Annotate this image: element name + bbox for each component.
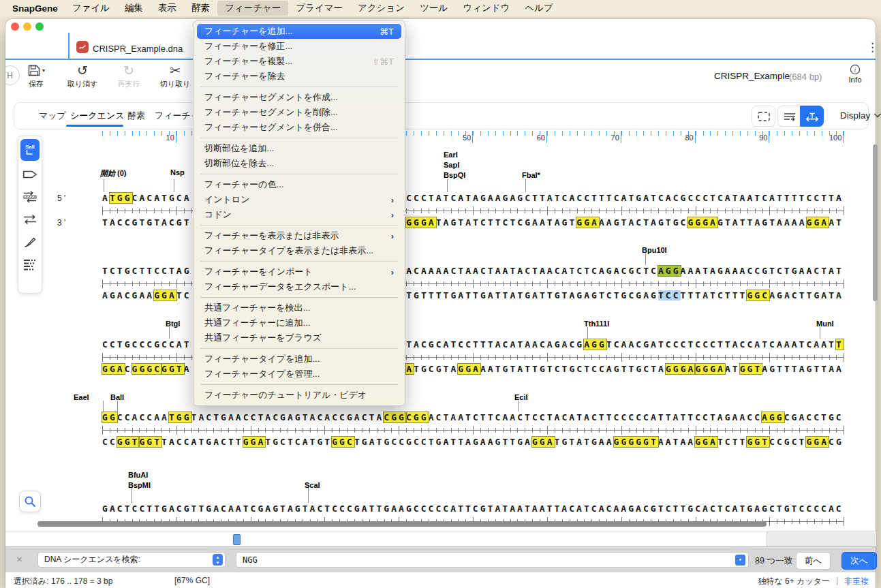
sequence-match-highlight[interactable]: GGT — [747, 437, 769, 447]
menu-item[interactable]: フィーチャーセグメントを作成... — [197, 90, 401, 105]
menubar-item-酵素[interactable]: 酵素 — [184, 1, 217, 16]
menubar-item-プライマー[interactable]: プライマー — [288, 1, 350, 16]
menubar-item-ウィンドウ[interactable]: ウィンドウ — [455, 1, 517, 16]
sequence-bases[interactable]: TACCGTGTACGT — [102, 217, 191, 228]
再実行-button[interactable]: ↻再実行 — [113, 63, 144, 89]
menu-item[interactable]: フィーチャーセグメントを併合... — [197, 120, 401, 135]
sequence-match-highlight[interactable]: A — [406, 364, 414, 374]
history-panel-button[interactable]: H — [5, 65, 20, 85]
sequence-match-highlight[interactable]: GGGA — [666, 364, 696, 374]
vertical-scrollbar-thumb[interactable] — [873, 144, 878, 301]
menu-item[interactable]: フィーチャーのチュートリアル・ビデオ — [197, 388, 401, 403]
sequence-top-strand[interactable]: GACTCCTTGACGTTGACAATCGAGTAGTACTCCCGATTGA… — [102, 504, 844, 514]
sequence-bases[interactable]: AAGTACTAGTGC — [599, 217, 688, 228]
view-tab-マップ[interactable]: マップ — [39, 110, 66, 122]
sequence-bases[interactable]: CG — [829, 437, 844, 447]
sequence-bases[interactable]: TAGTATCTTCTCGAATAGT — [436, 217, 577, 228]
app-menu-title[interactable]: SnapGene — [5, 2, 65, 15]
sequence-bases[interactable]: TACTGAACCTACGAGTACACCGACTA — [191, 412, 384, 422]
menu-item[interactable]: 切断部位を除去... — [197, 156, 401, 171]
sequence-match-highlight[interactable]: GGGC — [132, 364, 162, 374]
sequence-bases[interactable]: TACCATGACTT — [161, 437, 243, 447]
menubar-item-ファイル[interactable]: ファイル — [65, 1, 117, 16]
menu-item[interactable]: フィーチャータイプを管理... — [197, 367, 401, 382]
menu-item[interactable]: フィーチャータイプを追加... — [197, 352, 401, 367]
sequence-bases[interactable]: TACGCATCCTTTACATAACAGACG — [406, 339, 584, 350]
menu-item[interactable]: フィーチャーを複製...⇧⌘T — [197, 54, 401, 69]
sequence-match-highlight[interactable]: GGA — [576, 217, 599, 228]
menu-item[interactable]: フィーチャータイプを表示または非表示... — [197, 243, 401, 258]
sequence-match-highlight[interactable]: T — [836, 339, 844, 350]
sequence-match-highlight[interactable]: TGG — [110, 193, 132, 203]
query-dropdown-icon[interactable]: ▾ — [735, 555, 745, 566]
sequence-bases[interactable]: AATGTATTGTCTGCTCCAGTTGCTA — [480, 364, 666, 374]
menu-item[interactable]: フィーチャーを追加...⌘T — [197, 24, 401, 39]
feature-tool-button[interactable] — [21, 166, 39, 183]
alignment-tool-button[interactable] — [21, 256, 39, 273]
sequence-bases[interactable]: CACATGCA — [132, 193, 191, 203]
sequence-bases[interactable]: CC — [102, 437, 117, 447]
view-tab-酵素[interactable]: 酵素 — [127, 110, 145, 122]
sequence-match-highlight[interactable]: GGC — [747, 290, 769, 300]
display-dropdown-button[interactable]: Display — [840, 110, 881, 121]
sequence-match-highlight[interactable]: GGA — [807, 217, 829, 228]
menu-item[interactable]: フィーチャーを表示または非表示› — [197, 228, 401, 243]
sequence-bases[interactable]: TCAACGATCCCTCCCTTACCATCAAATCAAT — [606, 339, 836, 350]
sequence-match-highlight[interactable]: AGG — [762, 412, 784, 422]
close-search-icon[interactable]: × — [16, 553, 22, 565]
menu-item[interactable]: フィーチャーセグメントを削除... — [197, 105, 401, 120]
切り取り-button[interactable]: ✂切り取り — [159, 63, 191, 89]
linear-view-button[interactable] — [777, 106, 801, 127]
menu-item[interactable]: フィーチャーを修正... — [197, 39, 401, 54]
overlap-setting-link[interactable]: 非重複 — [844, 576, 869, 587]
horizontal-scrollbar-thumb[interactable] — [37, 521, 767, 527]
menu-item[interactable]: 共通フィーチャーに追加... — [197, 315, 401, 330]
sequence-match-highlight[interactable]: GGGA — [687, 217, 717, 228]
sequence-bases[interactable]: TGATGCCGCCTGATTAGAAGTTGA — [354, 437, 532, 447]
sequence-bases[interactable]: TGCGTA — [414, 364, 458, 374]
menu-item[interactable]: 切断部位を追加... — [197, 141, 401, 156]
menubar-item-ヘルプ[interactable]: ヘルプ — [517, 1, 560, 16]
sequence-bases[interactable]: ACAAAACTAACTAATACTAACATCTCAGACGCTC — [406, 266, 658, 276]
保存-button[interactable]: ▾保存 — [20, 63, 52, 89]
next-match-button[interactable]: 次へ — [841, 552, 877, 570]
menu-item[interactable]: 共通フィーチャーをブラウズ — [197, 330, 401, 345]
sequence-bases[interactable]: AT — [829, 217, 844, 228]
menu-item[interactable]: 共通フィーチャーを検出... — [197, 300, 401, 315]
sequence-match-highlight[interactable]: CGG — [384, 412, 406, 422]
previous-match-button[interactable]: 前へ — [796, 552, 831, 570]
sequence-bases[interactable]: AT — [725, 364, 740, 374]
sequence-match-highlight[interactable]: GGA — [806, 437, 829, 447]
sequence-match-highlight[interactable]: GG — [102, 412, 117, 422]
sequence-bases[interactable]: TGCTCATGT — [265, 437, 332, 447]
zoom-window-button[interactable] — [35, 22, 44, 31]
sequence-bases[interactable]: CCTGCCCGCCAT — [102, 339, 191, 350]
sequence-match-highlight[interactable]: CGG — [406, 412, 429, 422]
menubar-item-フィーチャー[interactable]: フィーチャー — [217, 1, 288, 16]
sequence-bases[interactable]: AAATAGAAACCGTCTGAACTAT — [681, 266, 844, 276]
color-brush-tool-button[interactable] — [21, 233, 39, 251]
menu-item[interactable]: コドン› — [197, 207, 401, 222]
minimize-window-button[interactable] — [23, 22, 31, 31]
menu-item[interactable]: フィーチャーを除去 — [197, 69, 401, 84]
menu-item[interactable]: フィーチャーの色... — [197, 177, 401, 192]
sequence-bases[interactable]: ACTAATCTTCAACTCCTACATACTTCCCCCATTATTCCTA… — [429, 412, 762, 422]
view-tab-シークエンス[interactable]: シークエンス — [70, 110, 125, 122]
sequence-bases[interactable]: AGTTTAGTTAA — [762, 364, 844, 374]
menubar-item-編集[interactable]: 編集 — [117, 1, 151, 16]
selection-brackets-button[interactable] — [752, 106, 775, 127]
sequence-bases[interactable]: AATAA — [658, 437, 695, 447]
search-mode-select[interactable]: DNA シークエンスを検索: ▲▼ — [37, 552, 226, 568]
sequence-match-highlight[interactable]: GGT — [161, 364, 184, 374]
sequence-bases[interactable]: CCACCAA — [117, 412, 169, 422]
menubar-item-ツール[interactable]: ツール — [412, 1, 455, 16]
expanded-sequence-view-button[interactable] — [800, 106, 824, 127]
sequence-match-highlight[interactable]: GGT — [740, 364, 762, 374]
sequence-bases[interactable]: TC — [176, 290, 191, 300]
search-query-input[interactable]: NGG ▾ — [236, 552, 749, 568]
sequence-match-highlight[interactable]: GGA — [458, 364, 480, 374]
sequence-match-highlight[interactable]: TGG — [169, 412, 191, 422]
sequence-bases[interactable]: A — [184, 364, 191, 374]
enzyme-tool-button[interactable]: SalI — [20, 139, 40, 161]
sequence-bases[interactable]: GTATTAGTAAAA — [717, 217, 807, 228]
